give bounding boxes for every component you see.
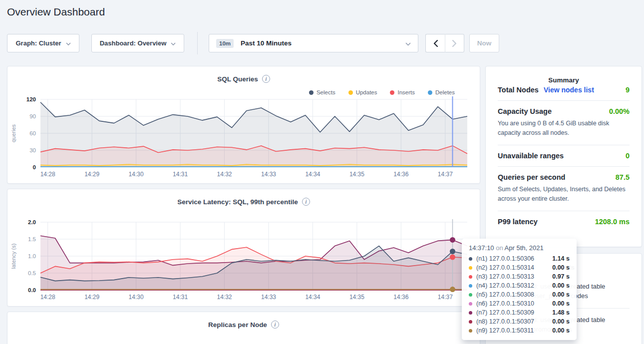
svg-text:14:36: 14:36 bbox=[393, 171, 408, 178]
svg-text:14:30: 14:30 bbox=[129, 294, 144, 301]
svg-text:14:29: 14:29 bbox=[84, 171, 99, 178]
series-dot-icon bbox=[469, 320, 472, 324]
time-step-buttons bbox=[425, 34, 464, 52]
total-nodes-row: Total Nodes View nodes list 9 bbox=[498, 86, 630, 94]
svg-text:14:35: 14:35 bbox=[349, 171, 364, 178]
unavailable-ranges-value: 0 bbox=[626, 152, 630, 160]
p99-latency-label: P99 latency bbox=[498, 218, 538, 226]
svg-text:14:34: 14:34 bbox=[305, 294, 320, 301]
summary-divider bbox=[498, 166, 630, 167]
time-range-badge: 10m bbox=[216, 39, 234, 48]
capacity-usage-label: Capacity Usage bbox=[498, 107, 552, 115]
total-nodes-value: 9 bbox=[626, 86, 630, 94]
svg-text:14:37: 14:37 bbox=[438, 171, 453, 178]
dashboard-dropdown[interactable]: Dashboard: Overview bbox=[91, 34, 184, 52]
series-dot-icon bbox=[469, 311, 472, 315]
overview-dashboard-page: Overview Dashboard Graph: Cluster Dashbo… bbox=[0, 0, 644, 344]
series-dot-icon bbox=[469, 275, 472, 279]
tooltip-timestamp: 14:37:10 on Apr 5th, 2021 bbox=[469, 244, 570, 252]
time-range-dropdown[interactable]: 10m Past 10 Minutes bbox=[209, 34, 418, 52]
capacity-usage-description: You are using 0 B of 4.5 GiB usable disk… bbox=[498, 119, 630, 138]
chevron-down-icon bbox=[171, 39, 176, 47]
replicas-per-node-chart-title: Replicas per Node bbox=[208, 321, 267, 329]
info-icon[interactable]: i bbox=[262, 75, 270, 83]
chart-hover-tooltip: 14:37:10 on Apr 5th, 2021 (n1) 127.0.0.1… bbox=[462, 239, 577, 340]
svg-text:latency (s): latency (s) bbox=[10, 244, 16, 269]
svg-text:queries: queries bbox=[10, 124, 16, 142]
next-time-button-disabled[interactable] bbox=[445, 34, 464, 52]
tooltip-node-row: (n9) 127.0.0.1:503110.00 s bbox=[469, 326, 570, 335]
series-dot-icon bbox=[469, 302, 472, 306]
info-icon[interactable]: i bbox=[302, 198, 310, 206]
svg-text:1.5: 1.5 bbox=[28, 236, 36, 242]
summary-divider bbox=[498, 211, 630, 211]
p99-latency-value: 1208.0 ms bbox=[595, 218, 630, 226]
svg-text:14:35: 14:35 bbox=[349, 294, 364, 301]
tooltip-node-row: (n1) 127.0.0.1:503061.14 s bbox=[469, 254, 570, 263]
svg-text:14:32: 14:32 bbox=[217, 171, 232, 178]
summary-divider bbox=[498, 145, 630, 145]
dashboard-dropdown-label: Dashboard: Overview bbox=[100, 39, 167, 47]
controls-divider bbox=[197, 32, 198, 54]
svg-text:0.0: 0.0 bbox=[28, 287, 36, 293]
tooltip-node-row: (n6) 127.0.0.1:503100.00 s bbox=[469, 299, 570, 308]
series-dot-icon bbox=[469, 257, 472, 261]
queries-per-second-label: Queries per second bbox=[498, 173, 565, 181]
queries-per-second-row: Queries per second 87.5 bbox=[498, 173, 630, 181]
summary-panel: Summary Total Nodes View nodes list 9 Ca… bbox=[485, 66, 642, 247]
svg-text:14:36: 14:36 bbox=[393, 294, 408, 301]
time-range-label: Past 10 Minutes bbox=[241, 39, 292, 47]
svg-text:0.5: 0.5 bbox=[28, 270, 36, 276]
svg-text:14:31: 14:31 bbox=[173, 294, 188, 301]
svg-text:90: 90 bbox=[29, 113, 36, 119]
queries-per-second-value: 87.5 bbox=[616, 173, 630, 181]
chevron-right-icon bbox=[452, 40, 457, 47]
p99-latency-row: P99 latency 1208.0 ms bbox=[498, 218, 630, 226]
chevron-left-icon bbox=[433, 40, 438, 47]
svg-text:14:32: 14:32 bbox=[217, 294, 232, 301]
svg-text:0: 0 bbox=[33, 164, 36, 170]
tooltip-node-row: (n2) 127.0.0.1:503140.00 s bbox=[469, 263, 570, 272]
svg-text:30: 30 bbox=[29, 147, 36, 153]
unavailable-ranges-label: Unavailable ranges bbox=[498, 152, 564, 160]
series-dot-icon bbox=[469, 293, 472, 297]
svg-text:1.0: 1.0 bbox=[28, 253, 36, 259]
svg-text:14:31: 14:31 bbox=[173, 171, 188, 178]
tooltip-node-row: (n3) 127.0.0.1:503130.97 s bbox=[469, 272, 570, 281]
service-latency-chart-title: Service Latency: SQL, 99th percentile bbox=[177, 198, 298, 206]
svg-text:120: 120 bbox=[26, 96, 36, 102]
page-title: Overview Dashboard bbox=[7, 6, 105, 18]
tooltip-node-row: (n4) 127.0.0.1:503120.00 s bbox=[469, 281, 570, 290]
tooltip-node-row: (n5) 127.0.0.1:503080.00 s bbox=[469, 290, 570, 299]
series-dot-icon bbox=[469, 329, 472, 333]
info-icon[interactable]: i bbox=[271, 321, 279, 329]
summary-title: Summary bbox=[498, 76, 630, 84]
summary-divider bbox=[498, 100, 630, 101]
series-dot-icon bbox=[469, 284, 472, 288]
svg-text:14:34: 14:34 bbox=[305, 171, 320, 178]
view-nodes-list-link[interactable]: View nodes list bbox=[544, 86, 594, 94]
chevron-down-icon bbox=[405, 39, 411, 48]
graph-scope-dropdown[interactable]: Graph: Cluster bbox=[7, 34, 79, 52]
tooltip-node-row: (n8) 127.0.0.1:503070.00 s bbox=[469, 317, 570, 326]
sql-queries-chart-title: SQL Queries bbox=[217, 75, 258, 83]
replicas-per-node-chart-panel: Replicas per Node i bbox=[7, 312, 480, 344]
unavailable-ranges-row: Unavailable ranges 0 bbox=[498, 152, 630, 160]
sql-queries-chart-area[interactable]: 030609012014:2814:2914:3014:3114:3214:33… bbox=[7, 94, 481, 180]
service-latency-chart-area[interactable]: 0.00.51.01.52.014:2814:2914:3014:3114:32… bbox=[7, 217, 481, 303]
graph-scope-dropdown-label: Graph: Cluster bbox=[15, 39, 61, 47]
svg-text:14:33: 14:33 bbox=[261, 294, 276, 301]
previous-time-button[interactable] bbox=[425, 34, 445, 52]
svg-text:2.0: 2.0 bbox=[28, 219, 36, 225]
sql-queries-chart-panel: SQL Queries i SelectsUpdatesInsertsDelet… bbox=[7, 66, 480, 184]
svg-text:14:29: 14:29 bbox=[84, 294, 99, 301]
tooltip-node-row: (n7) 127.0.0.1:503091.48 s bbox=[469, 308, 570, 317]
svg-text:14:33: 14:33 bbox=[261, 171, 276, 178]
queries-per-second-description: Sum of Selects, Updates, Inserts, and De… bbox=[498, 185, 630, 204]
capacity-usage-row: Capacity Usage 0.00% bbox=[498, 107, 630, 115]
now-button-disabled[interactable]: Now bbox=[469, 34, 499, 52]
service-latency-chart-panel: Service Latency: SQL, 99th percentile i … bbox=[7, 189, 480, 307]
series-dot-icon bbox=[469, 266, 472, 270]
svg-text:60: 60 bbox=[29, 130, 36, 136]
chevron-down-icon bbox=[66, 39, 71, 47]
